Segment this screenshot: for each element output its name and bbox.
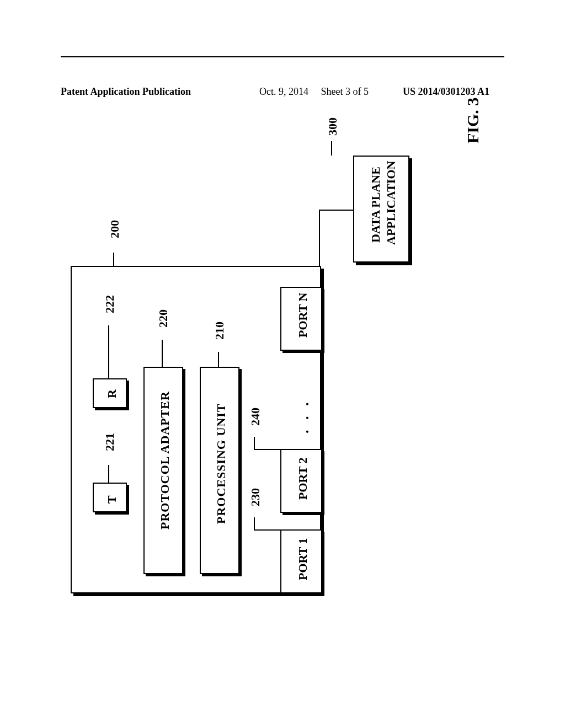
page: Patent Application Publication Oct. 9, 2… xyxy=(0,0,565,728)
callout-230: 230 xyxy=(248,488,263,506)
callout-220: 220 xyxy=(156,309,170,328)
leader-221 xyxy=(108,465,109,483)
connector-300-h xyxy=(319,210,353,211)
leader-230-v xyxy=(254,517,255,529)
connector-200-to-300 xyxy=(319,210,320,266)
header-date-sheet: Oct. 9, 2014 Sheet 3 of 5 xyxy=(259,86,369,98)
callout-210: 210 xyxy=(212,322,227,340)
leader-220 xyxy=(162,340,163,367)
label-processing-unit: PROCESSING UNIT xyxy=(214,403,228,524)
callout-200: 200 xyxy=(108,220,122,238)
header-sheet: Sheet 3 of 5 xyxy=(321,86,369,97)
leader-230 xyxy=(254,529,280,531)
leader-240 xyxy=(254,449,280,450)
header-left: Patent Application Publication xyxy=(61,86,191,98)
port-ellipsis: . . . xyxy=(296,399,312,434)
header-rule xyxy=(61,56,504,57)
leader-300 xyxy=(331,141,332,156)
leader-240-v xyxy=(254,437,255,449)
figure-label: FIG. 3 xyxy=(463,98,482,143)
callout-300: 300 xyxy=(326,117,340,136)
label-protocol-adapter: PROTOCOL ADAPTER xyxy=(158,391,172,529)
label-t: T xyxy=(105,495,119,504)
label-data-plane: DATA PLANE xyxy=(369,167,383,243)
label-port-2: PORT 2 xyxy=(296,458,310,500)
leader-200 xyxy=(113,253,114,266)
callout-221: 221 xyxy=(103,433,117,451)
label-port-1: PORT 1 xyxy=(296,538,310,580)
header-pubno: US 2014/0301203 A1 xyxy=(403,86,489,98)
label-application: APPLICATION xyxy=(384,161,398,245)
callout-222: 222 xyxy=(103,295,117,313)
label-r: R xyxy=(105,389,119,398)
label-port-n: PORT N xyxy=(296,293,310,338)
callout-240: 240 xyxy=(248,408,263,426)
header-date: Oct. 9, 2014 xyxy=(259,86,308,97)
leader-222 xyxy=(108,325,109,378)
leader-210 xyxy=(218,352,219,367)
